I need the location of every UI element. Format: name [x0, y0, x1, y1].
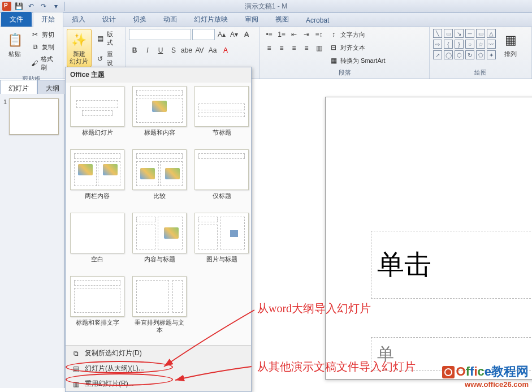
bullets-button[interactable]: •≡	[263, 29, 275, 40]
shape-rect-icon[interactable]: ▭	[444, 29, 453, 38]
group-clipboard: 📋 粘贴 ✂剪切 ⧉复制 🖌格式刷 剪贴板	[0, 27, 63, 79]
cut-button[interactable]: ✂剪切	[28, 29, 59, 40]
outline-label: 幻灯片(从大纲)(L)...	[85, 364, 144, 373]
layout-label: 两栏内容	[85, 192, 110, 207]
align-text-button[interactable]: ⊟对齐文本	[327, 42, 387, 53]
grow-font-button[interactable]: A▴	[216, 29, 227, 40]
new-slide-button[interactable]: ✨ 新建 幻灯片	[67, 29, 92, 67]
align-left-button[interactable]: ≡	[263, 42, 275, 54]
reuse-slides-item[interactable]: ▥重用幻灯片(R)...	[66, 376, 251, 391]
char-spacing-button[interactable]: AV	[194, 45, 205, 56]
duplicate-slides-item[interactable]: ⧉复制所选幻灯片(D)	[66, 346, 251, 361]
convert-smartart-button[interactable]: ▦转换为 SmartArt	[327, 55, 387, 66]
tab-acrobat[interactable]: Acrobat	[297, 14, 338, 27]
layout-blank[interactable]: 空白	[70, 213, 124, 270]
shape-e-icon[interactable]: ⬠	[476, 50, 485, 59]
shape-arrowr-icon[interactable]: ⇨	[433, 40, 442, 49]
shape-brace2-icon[interactable]: }	[455, 40, 464, 49]
thumbnail-item[interactable]: 1	[3, 98, 61, 135]
arrange-button[interactable]: ▦ 排列	[498, 29, 523, 60]
new-slide-label: 新建 幻灯片	[70, 50, 88, 65]
layout-section-header[interactable]: 节标题	[194, 86, 249, 144]
layout-button[interactable]: ▤版式	[94, 29, 122, 48]
text-direction-button[interactable]: ↕文字方向	[327, 29, 387, 40]
align-center-button[interactable]: ≡	[276, 42, 287, 54]
new-slide-icon: ✨	[70, 31, 88, 49]
font-color-button[interactable]: A	[220, 45, 231, 56]
shape-tri-icon[interactable]: △	[487, 29, 496, 38]
paste-button[interactable]: 📋 粘贴	[3, 29, 26, 60]
change-case-button[interactable]: Aa	[207, 45, 218, 56]
numbering-button[interactable]: 1≡	[276, 29, 287, 40]
tab-animations[interactable]: 动画	[155, 12, 185, 27]
indent-dec-button[interactable]: ⇤	[288, 29, 300, 40]
layout-title-vertical-text[interactable]: 标题和竖排文字	[70, 276, 124, 334]
tab-transitions[interactable]: 切换	[124, 12, 155, 27]
shape-line-icon[interactable]: ╲	[433, 29, 442, 38]
shrink-font-button[interactable]: A▾	[228, 29, 240, 40]
shapes-gallery[interactable]: ╲ ▭ ↘ ─ ▭ △ ⇨ { } ○ ☆ 〰 ↗ ◯ ⬡ ↻ ⬠ ✦	[433, 29, 496, 59]
shape-arrow-icon[interactable]: ↘	[455, 29, 464, 38]
save-button[interactable]: 💾	[14, 1, 24, 11]
layout-title-content[interactable]: 标题和内容	[132, 86, 187, 144]
shape-b-icon[interactable]: ◯	[444, 50, 453, 59]
bold-button[interactable]: B	[129, 45, 140, 56]
layout-two-content[interactable]: 两栏内容	[70, 149, 124, 207]
slide[interactable]: 单击 单	[325, 97, 532, 380]
shadow-button[interactable]: abe	[181, 45, 192, 56]
title-placeholder[interactable]: 单击	[371, 231, 532, 299]
layout-label: 标题幻灯片	[82, 129, 113, 144]
layout-title-only[interactable]: 仅标题	[194, 149, 249, 207]
align-right-button[interactable]: ≡	[288, 42, 300, 54]
smartart-label: 转换为 SmartArt	[340, 57, 385, 65]
format-painter-button[interactable]: 🖌格式刷	[28, 54, 59, 73]
copy-button[interactable]: ⧉复制	[28, 41, 59, 53]
duplicate-label: 复制所选幻灯片(D)	[85, 348, 142, 358]
line-spacing-button[interactable]: ≡↕	[313, 29, 325, 40]
shape-brace-icon[interactable]: {	[444, 40, 453, 49]
painter-label: 格式刷	[41, 55, 57, 72]
shape-f-icon[interactable]: ✦	[487, 50, 496, 59]
layout-title-slide[interactable]: 标题幻灯片	[70, 86, 124, 144]
font-family-input[interactable]	[129, 29, 191, 40]
shape-d-icon[interactable]: ↻	[465, 50, 474, 59]
justify-button[interactable]: ≡	[301, 42, 312, 54]
group-paragraph-label: 段落	[260, 68, 429, 79]
shape-oval-icon[interactable]: ○	[465, 40, 474, 49]
shape-star-icon[interactable]: ☆	[476, 40, 485, 49]
painter-icon: 🖌	[31, 59, 38, 68]
slides-from-outline-item[interactable]: ▤幻灯片(从大纲)(L)...	[66, 361, 251, 376]
shape-curve-icon[interactable]: 〰	[487, 40, 496, 49]
reset-button[interactable]: ↺重设	[94, 49, 122, 68]
layout-picture-caption[interactable]: 图片与标题	[194, 213, 249, 270]
layout-content-caption[interactable]: 内容与标题	[132, 213, 187, 270]
indent-inc-button[interactable]: ⇥	[301, 29, 312, 40]
tab-design[interactable]: 设计	[94, 12, 124, 27]
arrange-icon: ▦	[501, 31, 520, 49]
tab-review[interactable]: 审阅	[236, 12, 267, 27]
tab-insert[interactable]: 插入	[63, 12, 94, 27]
thumbnail-preview[interactable]	[9, 98, 59, 135]
paste-icon: 📋	[6, 31, 24, 49]
italic-button[interactable]: I	[142, 45, 153, 56]
layout-comparison[interactable]: 比较	[132, 149, 187, 207]
clear-format-button[interactable]: A̶	[241, 29, 252, 40]
shape-c-icon[interactable]: ⬡	[455, 50, 464, 59]
strike-button[interactable]: S	[168, 45, 179, 56]
shape-rect2-icon[interactable]: ▭	[476, 29, 485, 38]
columns-button[interactable]: ▥	[313, 42, 325, 54]
tab-view[interactable]: 视图	[267, 12, 297, 27]
undo-button[interactable]: ↶	[26, 1, 36, 11]
qat-customize-icon[interactable]: ▾	[51, 1, 61, 11]
tab-home[interactable]: 开始	[33, 12, 63, 27]
gallery-body: 标题幻灯片 标题和内容 节标题 两栏内容 比较 仅标题	[66, 83, 251, 345]
tab-file[interactable]: 文件	[1, 12, 32, 27]
shape-line2-icon[interactable]: ─	[465, 29, 474, 38]
tab-slideshow[interactable]: 幻灯片放映	[185, 12, 236, 27]
layout-vertical-title-text[interactable]: 垂直排列标题与文本	[132, 276, 187, 334]
shape-a-icon[interactable]: ↗	[433, 50, 442, 59]
font-size-input[interactable]	[192, 29, 215, 40]
copy-icon: ⧉	[31, 42, 40, 51]
underline-button[interactable]: U	[155, 45, 166, 56]
redo-button[interactable]: ↷	[38, 1, 49, 11]
